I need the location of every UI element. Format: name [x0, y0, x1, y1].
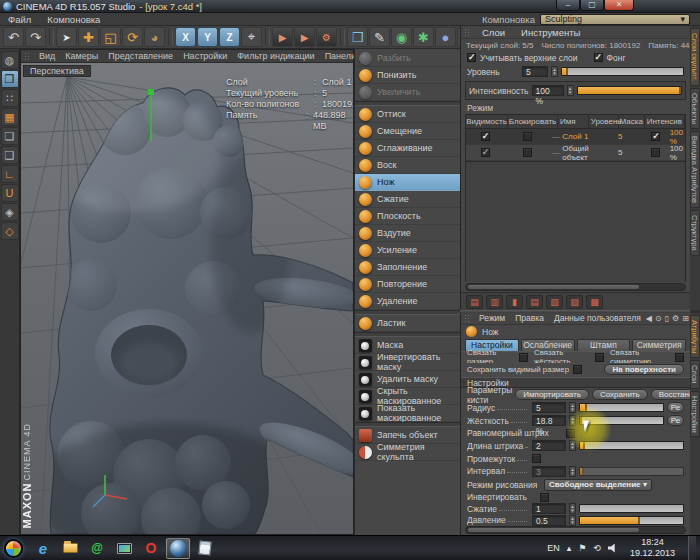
- viewport-menu-item[interactable]: Представление: [103, 51, 178, 61]
- radius-extra-button[interactable]: Ре: [667, 402, 684, 413]
- layers-panel-tab[interactable]: Слои: [474, 27, 513, 38]
- compression-slider[interactable]: [579, 504, 684, 513]
- minimize-button[interactable]: –: [556, 0, 580, 11]
- layer-mask-checkbox[interactable]: [651, 148, 660, 157]
- radius-value-field[interactable]: 5: [532, 402, 566, 413]
- sculpt-tool-item[interactable]: Увеличить: [355, 84, 460, 101]
- sculpt-tool-item[interactable]: Заполнение: [355, 259, 460, 276]
- layer-mask-checkbox[interactable]: [651, 132, 660, 141]
- viewport-menu-item[interactable]: Настройки: [178, 51, 232, 61]
- toolbar-icon[interactable]: ✎: [369, 27, 390, 47]
- toolbar-icon[interactable]: ✱: [413, 27, 434, 47]
- dock-tab[interactable]: Атрибуты: [690, 315, 700, 358]
- maximize-button[interactable]: ▢: [580, 0, 604, 11]
- show-desktop-button[interactable]: [688, 536, 696, 560]
- toolbar-icon[interactable]: ●: [435, 27, 456, 47]
- hardness-slider[interactable]: [579, 416, 664, 425]
- mode-strip-icon[interactable]: ❏: [1, 127, 19, 145]
- close-button[interactable]: ✕: [604, 0, 634, 11]
- mode-strip-icon[interactable]: ◍: [1, 51, 19, 69]
- viewport-menu-item[interactable]: Камеры: [60, 51, 103, 61]
- toolbar-icon[interactable]: Z: [219, 27, 240, 47]
- sculpt-tool-item[interactable]: Разбить: [355, 50, 460, 67]
- uniform-stroke-checkbox[interactable]: [566, 429, 575, 438]
- volume-icon[interactable]: [608, 544, 617, 553]
- panel-grip[interactable]: [464, 314, 471, 323]
- viewport-canvas[interactable]: Перспектива Слой : Слой 1 Текущий уровен…: [21, 63, 353, 534]
- attributes-menu-item[interactable]: Правка: [510, 313, 549, 323]
- level-slider[interactable]: [561, 67, 684, 76]
- toolbar-icon[interactable]: X: [175, 27, 196, 47]
- dock-tab[interactable]: Вкладка Атрибутов: [690, 131, 700, 208]
- attributes-menu-item[interactable]: Режим: [474, 313, 510, 323]
- link-checkbox[interactable]: [675, 353, 684, 362]
- mode-strip-icon[interactable]: ∟: [1, 165, 19, 183]
- intensity-value-field[interactable]: 100 %: [532, 85, 564, 96]
- panel-grip[interactable]: [464, 28, 471, 37]
- layer-op-button[interactable]: ▧: [546, 295, 563, 309]
- level-spinner[interactable]: ▴▾: [551, 66, 558, 77]
- toolbar-icon[interactable]: ❒: [347, 27, 368, 47]
- mode-strip-icon[interactable]: ▦: [1, 108, 19, 126]
- taskbar-explorer-icon[interactable]: [58, 538, 82, 559]
- invert-checkbox[interactable]: [540, 493, 549, 502]
- attributes-toolbar-icon[interactable]: ⊙: [655, 314, 662, 323]
- level-value-field[interactable]: 5: [522, 66, 548, 77]
- brush-preset-button[interactable]: Сохранить: [592, 389, 648, 400]
- mode-strip-icon[interactable]: ❑: [1, 146, 19, 164]
- dock-tab[interactable]: Слои: [690, 360, 700, 388]
- mode-strip-icon[interactable]: ❒: [1, 70, 19, 88]
- toolbar-icon[interactable]: [168, 28, 173, 46]
- view-label[interactable]: Перспектива: [23, 65, 91, 77]
- layers-panel-tab[interactable]: Инструменты: [513, 27, 588, 38]
- stroke-length-slider[interactable]: [579, 441, 684, 450]
- taskbar-clock[interactable]: 18:24 19.12.2013: [624, 537, 681, 559]
- taskbar-internet-explorer-icon[interactable]: e: [31, 538, 55, 559]
- mode-strip-icon[interactable]: ◈: [1, 203, 19, 221]
- radius-slider[interactable]: [579, 403, 664, 412]
- viewport-menu-item[interactable]: Вид: [34, 51, 60, 61]
- mode-strip-icon[interactable]: ◇: [1, 222, 19, 240]
- spacing-checkbox[interactable]: [532, 454, 541, 463]
- sculpt-tool-item[interactable]: Симметрия скульпта: [355, 444, 460, 461]
- mode-strip-icon[interactable]: U: [1, 184, 19, 202]
- toolbar-icon[interactable]: ⟳: [122, 27, 143, 47]
- toolbar-icon[interactable]: [340, 28, 345, 46]
- layer-visibility-checkbox[interactable]: [481, 148, 490, 157]
- mode-strip-icon[interactable]: ∷: [1, 89, 19, 107]
- taskbar-display-icon[interactable]: [112, 538, 136, 559]
- toolbar-icon[interactable]: ↷: [25, 27, 46, 47]
- phong-checkbox[interactable]: [594, 53, 603, 62]
- hardness-extra-button[interactable]: Ре: [667, 415, 684, 426]
- pressure-spinner[interactable]: ▴▾: [569, 515, 576, 526]
- sculpt-tool-item[interactable]: Сжатие: [355, 191, 460, 208]
- action-center-flag-icon[interactable]: ⚑: [578, 543, 586, 553]
- include-upper-layers-checkbox[interactable]: [467, 53, 476, 62]
- toolbar-icon[interactable]: ▶: [272, 27, 293, 47]
- dock-tab[interactable]: Объекты: [690, 88, 700, 129]
- toolbar-icon[interactable]: ➤: [56, 27, 77, 47]
- toolbar-icon[interactable]: ⌖: [241, 27, 262, 47]
- sculpt-tool-item[interactable]: Плоскость: [355, 208, 460, 225]
- taskbar-notepad-icon[interactable]: [193, 538, 217, 559]
- draw-mode-dropdown[interactable]: Свободное выделение ▾: [544, 479, 652, 491]
- compression-value-field[interactable]: 1: [532, 503, 566, 514]
- layers-horizontal-scrollbar[interactable]: [465, 283, 686, 291]
- panel-grip[interactable]: [24, 52, 31, 61]
- sculpt-tool-item[interactable]: Ластик: [355, 315, 460, 332]
- pressure-value-field[interactable]: 0.5: [532, 515, 566, 526]
- attributes-horizontal-scrollbar[interactable]: [465, 526, 686, 534]
- toolbar-icon[interactable]: [265, 28, 270, 46]
- view-mode-button[interactable]: На поверхности: [604, 364, 684, 375]
- layer-op-button[interactable]: ▤: [466, 295, 483, 309]
- hardness-value-field[interactable]: 18.8 %: [532, 415, 566, 426]
- interval-slider[interactable]: [579, 467, 684, 476]
- layout-select[interactable]: Sculpting ▾: [540, 14, 690, 25]
- interval-value-field[interactable]: 3: [532, 466, 566, 477]
- toolbar-icon[interactable]: ⚙: [316, 27, 337, 47]
- menu-item[interactable]: Компоновка: [39, 14, 108, 25]
- attributes-toolbar-icon[interactable]: ▯: [665, 314, 669, 323]
- brush-preset-button[interactable]: Импортировать: [515, 389, 589, 400]
- layer-lock-checkbox[interactable]: [523, 132, 532, 141]
- viewport[interactable]: ВидКамерыПредставлениеНастройкиФильтр ин…: [20, 49, 354, 535]
